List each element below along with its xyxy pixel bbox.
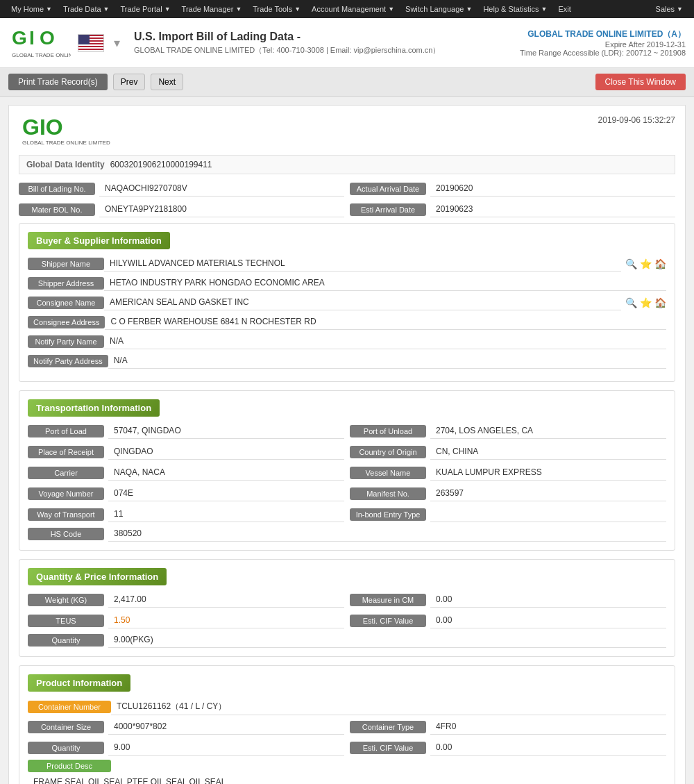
container-size-field: Container Size 4000*907*802 xyxy=(28,719,344,735)
quantity-field: Quantity 9.00(PKG) xyxy=(28,633,666,648)
shipper-addr-row: Shipper Address HETAO INDUSTRY PARK HONG… xyxy=(28,276,666,291)
notify-party-addr-value: N/A xyxy=(108,353,666,369)
esti-cif-label: Esti. CIF Value xyxy=(350,615,426,627)
shipper-name-row: Shipper Name HILYWILL ADVANCED MATERIALS… xyxy=(28,256,666,272)
container-number-value: TCLU1261162（41 / L / CY） xyxy=(111,699,666,715)
consignee-search-icon[interactable]: 🔍 xyxy=(625,297,637,308)
weight-field: Weight (KG) 2,417.00 xyxy=(28,592,344,608)
shipper-addr-value: HETAO INDUSTRY PARK HONGDAO ECONOMIC ARE… xyxy=(104,276,666,291)
consignee-icons: 🔍 ⭐ 🏠 xyxy=(625,297,666,308)
arrival-date-label: Actual Arrival Date xyxy=(350,183,426,195)
port-of-unload-value: 2704, LOS ANGELES, CA xyxy=(430,424,666,439)
vessel-name-value: KUALA LUMPUR EXPRESS xyxy=(430,465,666,481)
country-of-origin-label: Country of Origin xyxy=(350,446,426,458)
mater-bol-field: Mater BOL No. ONEYTA9PY2181800 xyxy=(19,202,344,217)
product-esti-cif-value: 0.00 xyxy=(430,740,666,756)
expire-date: Expire After 2019-12-31 xyxy=(520,40,686,49)
top-toolbar: Print Trade Record(s) Prev Next Close Th… xyxy=(0,68,694,97)
place-of-receipt-label: Place of Receipt xyxy=(28,446,104,458)
port-of-unload-field: Port of Unload 2704, LOS ANGELES, CA xyxy=(350,424,666,439)
svg-text:GIO: GIO xyxy=(22,115,63,140)
nav-sales[interactable]: Sales ▼ xyxy=(650,0,688,18)
arrival-date-value: 20190620 xyxy=(430,181,675,197)
nav-exit[interactable]: Exit xyxy=(552,0,576,18)
inbond-entry-field: In-bond Entry Type xyxy=(350,507,666,522)
esti-arrival-value: 20190623 xyxy=(430,202,675,217)
nav-trade-tools[interactable]: Trade Tools ▼ xyxy=(247,0,306,18)
svg-text:I: I xyxy=(29,27,35,49)
consignee-home-icon[interactable]: 🏠 xyxy=(654,297,666,308)
place-of-receipt-value: QINGDAO xyxy=(108,444,344,460)
nav-trade-manager[interactable]: Trade Manager ▼ xyxy=(176,0,248,18)
nav-trade-data[interactable]: Trade Data ▼ xyxy=(58,0,115,18)
nav-my-home[interactable]: My Home ▼ xyxy=(6,0,58,18)
container-type-value: 4FR0 xyxy=(430,719,666,735)
company-name: GLOBAL TRADE ONLINE LIMITED（A） xyxy=(520,28,686,40)
notify-party-name-value: N/A xyxy=(104,334,666,349)
container-number-row: Container Number TCLU1261162（41 / L / CY… xyxy=(28,699,666,715)
quantity-price-section: Quantity & Price Information Weight (KG)… xyxy=(19,559,675,657)
us-flag xyxy=(78,34,104,52)
page-header: G I O GLOBAL TRADE ONLINE LIMITED ▾ U.S.… xyxy=(0,18,694,68)
arrival-date-field: Actual Arrival Date 20190620 xyxy=(350,181,675,197)
shipper-name-value: HILYWILL ADVANCED MATERIALS TECHNOL xyxy=(104,256,621,272)
svg-text:GLOBAL TRADE ONLINE LIMITED: GLOBAL TRADE ONLINE LIMITED xyxy=(22,140,110,146)
voyage-number-field: Voyage Number 074E xyxy=(28,486,344,501)
manifest-no-field: Manifest No. 263597 xyxy=(350,486,666,501)
transportation-section: Transportation Information Port of Load … xyxy=(19,390,675,551)
logo-area: G I O GLOBAL TRADE ONLINE LIMITED ▾ xyxy=(8,24,123,62)
esti-arrival-field: Esti Arrival Date 20190623 xyxy=(350,202,675,217)
port-of-load-label: Port of Load xyxy=(28,425,104,437)
measure-field: Measure in CM 0.00 xyxy=(350,592,666,608)
bol-label: Bill of Lading No. xyxy=(19,183,95,195)
shipper-search-icon[interactable]: 🔍 xyxy=(625,258,637,269)
mater-bol-value: ONEYTA9PY2181800 xyxy=(99,202,344,217)
global-data-value: 6003201906210000199411 xyxy=(110,160,212,169)
shipper-home-icon[interactable]: 🏠 xyxy=(654,258,666,269)
consignee-addr-value: C O FERBER WAREHOUSE 6841 N ROCHESTER RD xyxy=(105,315,666,330)
mater-bol-label: Mater BOL No. xyxy=(19,203,95,216)
shipper-star-icon[interactable]: ⭐ xyxy=(640,258,652,269)
bol-field: Bill of Lading No. NAQAOCHI9270708V xyxy=(19,181,344,197)
transportation-header: Transportation Information xyxy=(28,399,160,417)
container-type-label: Container Type xyxy=(350,721,426,733)
consignee-name-label: Consignee Name xyxy=(28,297,104,309)
nav-trade-portal[interactable]: Trade Portal ▼ xyxy=(115,0,176,18)
shipper-icons: 🔍 ⭐ 🏠 xyxy=(625,258,666,269)
consignee-star-icon[interactable]: ⭐ xyxy=(640,297,652,308)
inbond-entry-label: In-bond Entry Type xyxy=(350,508,426,521)
record-card: GIO GLOBAL TRADE ONLINE LIMITED 2019-09-… xyxy=(8,105,686,784)
global-data-row: Global Data Identity 6003201906210000199… xyxy=(19,155,675,174)
notify-party-addr-label: Notify Party Address xyxy=(28,355,108,367)
teus-value: 1.50 xyxy=(108,613,344,628)
card-header: GIO GLOBAL TRADE ONLINE LIMITED 2019-09-… xyxy=(19,115,675,147)
svg-text:O: O xyxy=(40,27,55,49)
nav-account-management[interactable]: Account Management ▼ xyxy=(306,0,400,18)
way-of-transport-label: Way of Transport xyxy=(28,508,104,521)
svg-rect-11 xyxy=(78,50,104,51)
nav-help-statistics[interactable]: Help & Statistics ▼ xyxy=(477,0,552,18)
header-title-area: U.S. Import Bill of Lading Data - GLOBAL… xyxy=(134,31,440,56)
print-button-top[interactable]: Print Trade Record(s) xyxy=(8,74,108,90)
svg-text:G: G xyxy=(12,27,27,49)
measure-value: 0.00 xyxy=(430,592,666,608)
quantity-price-header: Quantity & Price Information xyxy=(28,568,167,585)
next-button-top[interactable]: Next xyxy=(151,74,183,90)
prev-button-top[interactable]: Prev xyxy=(113,74,146,90)
way-of-transport-field: Way of Transport 11 xyxy=(28,507,344,522)
card-logo: GIO GLOBAL TRADE ONLINE LIMITED xyxy=(19,115,123,147)
carrier-label: Carrier xyxy=(28,467,104,479)
consignee-name-value: AMERICAN SEAL AND GASKET INC xyxy=(104,295,621,310)
product-desc-value: FRAME SEAL OIL SEAL PTFE OIL SEAL OIL SE… xyxy=(28,775,666,784)
close-button-top[interactable]: Close This Window xyxy=(595,74,686,90)
nav-switch-language[interactable]: Switch Language ▼ xyxy=(400,0,477,18)
consignee-addr-label: Consignee Address xyxy=(28,316,105,328)
consignee-name-row: Consignee Name AMERICAN SEAL AND GASKET … xyxy=(28,295,666,310)
header-subtitle: GLOBAL TRADE ONLINE LIMITED（Tel: 400-710… xyxy=(134,45,440,56)
svg-text:GLOBAL TRADE ONLINE LIMITED: GLOBAL TRADE ONLINE LIMITED xyxy=(12,52,71,58)
content-area: GIO GLOBAL TRADE ONLINE LIMITED 2019-09-… xyxy=(0,97,694,784)
country-of-origin-field: Country of Origin CN, CHINA xyxy=(350,444,666,460)
header-right: GLOBAL TRADE ONLINE LIMITED（A） Expire Af… xyxy=(520,28,686,57)
hs-code-label: HS Code xyxy=(28,528,104,540)
buyer-supplier-header: Buyer & Supplier Information xyxy=(28,232,170,249)
